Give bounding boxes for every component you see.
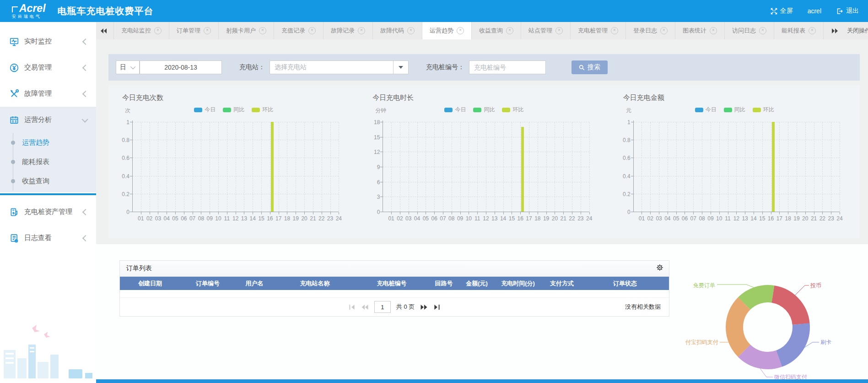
search-button[interactable]: 搜索 — [571, 60, 608, 74]
pile-number-input[interactable] — [469, 60, 546, 74]
sidebar-item-1[interactable]: 交易管理 — [0, 55, 96, 81]
period-select[interactable]: 日 — [116, 60, 140, 74]
station-placeholder: 选择充电站 — [275, 63, 307, 71]
sidebar-subitem-1[interactable]: 能耗报表 — [0, 152, 96, 171]
next-page-button[interactable] — [420, 304, 428, 310]
tab-8[interactable]: 站点管理× — [521, 22, 571, 39]
x-axis-tick — [313, 212, 313, 214]
x-axis-label: 21 — [561, 215, 566, 222]
tab-11[interactable]: 图表统计× — [675, 22, 725, 39]
tab-close-icon[interactable]: × — [660, 27, 668, 34]
station-select[interactable]: 选择充电站 — [270, 60, 393, 74]
tab-6[interactable]: 运营趋势× — [422, 22, 472, 39]
tab-close-icon[interactable]: × — [611, 27, 618, 34]
tab-1[interactable]: 订单管理× — [169, 22, 219, 39]
sidebar-item-4[interactable]: 充电桩资产管理 — [0, 199, 96, 225]
x-axis-label: 20 — [301, 215, 307, 222]
tab-5[interactable]: 故障代码× — [373, 22, 422, 39]
y-axis-tick — [631, 140, 633, 140]
first-page-button[interactable] — [349, 304, 356, 310]
legend-item[interactable]: 同比 — [724, 106, 745, 114]
tabs-scroll-left-button[interactable] — [96, 22, 113, 39]
table-settings-button[interactable] — [656, 264, 663, 273]
tab-close-icon[interactable]: × — [358, 27, 365, 34]
tabs-scroll-right-button[interactable] — [827, 22, 844, 39]
logout-button[interactable]: 退出 — [836, 7, 859, 15]
y-axis-label: 0 — [111, 209, 129, 215]
tab-3[interactable]: 充值记录× — [274, 22, 323, 39]
y-axis-tick — [380, 182, 383, 182]
fullscreen-label: 全屏 — [780, 7, 793, 15]
x-axis-tick — [711, 212, 711, 214]
x-axis-label: 07 — [690, 215, 696, 222]
fullscreen-button[interactable]: 全屏 — [771, 7, 793, 15]
x-axis-label: 04 — [414, 215, 420, 222]
donut-label: 刷卡 — [820, 339, 831, 345]
previous-page-button[interactable] — [361, 304, 369, 310]
tab-label: 充电桩管理 — [578, 27, 608, 35]
sidebar-item-label: 充电桩资产管理 — [24, 208, 83, 216]
tab-4[interactable]: 故障记录× — [323, 22, 373, 39]
tab-2[interactable]: 射频卡用户× — [219, 22, 274, 39]
fault-icon — [9, 89, 19, 99]
sidebar-item-2[interactable]: 故障管理 — [0, 81, 96, 107]
tab-close-icon[interactable]: × — [308, 27, 316, 34]
tab-close-icon[interactable]: × — [555, 27, 563, 34]
grid-line — [563, 122, 564, 212]
sidebar-subitem-label: 收益查询 — [22, 177, 49, 186]
x-axis-tick — [175, 212, 176, 214]
tab-9[interactable]: 充电桩管理× — [571, 22, 626, 39]
chevron-left-icon — [82, 208, 89, 215]
tab-close-icon[interactable]: × — [457, 27, 464, 34]
y-axis-tick — [130, 122, 132, 122]
page-number-input[interactable] — [374, 301, 391, 313]
chevron-left-icon — [82, 38, 89, 44]
legend-item[interactable]: 环比 — [502, 106, 523, 114]
grid-line — [477, 122, 478, 212]
tab-close-icon[interactable]: × — [809, 27, 816, 34]
y-axis-tick — [380, 152, 383, 152]
x-axis-label: 03 — [656, 215, 662, 222]
grid-line — [270, 122, 270, 212]
tab-close-icon[interactable]: × — [407, 27, 415, 34]
sidebar-item-0[interactable]: 实时监控 — [0, 28, 96, 55]
close-operations-menu[interactable]: 关闭操作 — [847, 22, 868, 39]
username[interactable]: acrel — [808, 7, 821, 15]
tab-close-icon[interactable]: × — [710, 27, 717, 34]
gear-icon — [656, 264, 663, 273]
grid-line — [512, 122, 512, 212]
grid-line — [469, 122, 469, 212]
legend-item[interactable]: 同比 — [223, 106, 244, 114]
legend-item[interactable]: 环比 — [252, 106, 273, 114]
donut-svg: 免费订单投币刷卡微信扫码支付付宝扫码支付 — [673, 257, 865, 379]
sidebar-item-5[interactable]: 日志查看 — [0, 225, 96, 251]
tab-12[interactable]: 访问日志× — [725, 22, 774, 39]
chart-legend: 今日同比环比 — [359, 106, 609, 114]
tab-close-icon[interactable]: × — [506, 27, 513, 34]
sidebar-subitem-2[interactable]: 收益查询 — [0, 171, 96, 191]
tab-close-icon[interactable]: × — [759, 27, 766, 34]
tab-close-icon[interactable]: × — [154, 27, 162, 34]
legend-item[interactable]: 今日 — [695, 106, 717, 114]
tab-0[interactable]: 充电站监控× — [113, 22, 169, 39]
last-page-button[interactable] — [433, 304, 440, 310]
y-axis-label: 0.6 — [111, 155, 129, 161]
sidebar-item-3[interactable]: 运营分析 — [0, 107, 96, 133]
x-axis-label: 06 — [682, 215, 688, 222]
x-axis-label: 05 — [423, 215, 429, 222]
legend-item[interactable]: 同比 — [473, 106, 495, 114]
tab-close-icon[interactable]: × — [204, 27, 211, 34]
station-select-dropdown-button[interactable] — [393, 60, 409, 74]
legend-item[interactable]: 今日 — [444, 106, 466, 114]
sidebar-item-label: 故障管理 — [24, 89, 83, 98]
sidebar-subitem-0[interactable]: 运营趋势 — [0, 133, 96, 152]
x-axis-label: 08 — [448, 215, 454, 222]
legend-item[interactable]: 环比 — [753, 106, 774, 114]
tab-13[interactable]: 能耗报表× — [774, 22, 824, 39]
tab-close-icon[interactable]: × — [259, 27, 266, 34]
tab-10[interactable]: 登录日志× — [626, 22, 675, 39]
legend-item[interactable]: 今日 — [194, 106, 216, 114]
tab-7[interactable]: 收益查询× — [472, 22, 521, 39]
x-axis-tick — [546, 212, 547, 214]
date-input[interactable] — [140, 60, 222, 74]
